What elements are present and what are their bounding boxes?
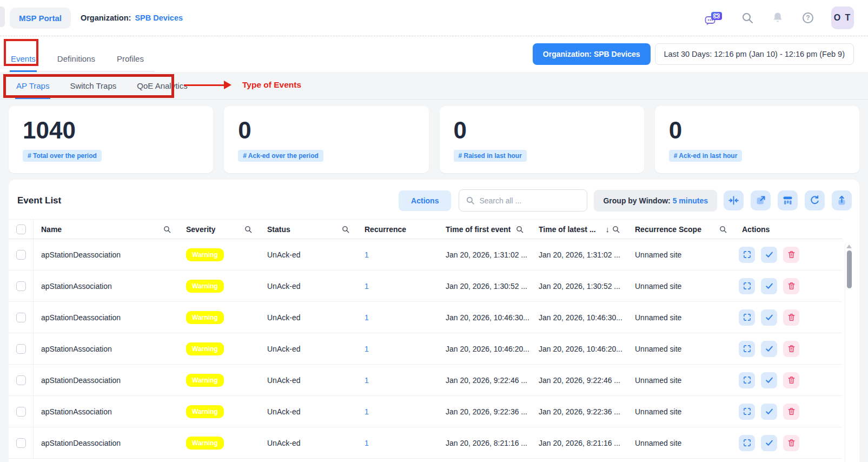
expand-event-button[interactable]: [739, 247, 755, 263]
delete-event-button[interactable]: [783, 404, 799, 420]
global-search-icon[interactable]: [740, 11, 754, 25]
refresh-button[interactable]: [805, 190, 825, 210]
date-range-picker[interactable]: Last 30 Days: 12:16 pm (Jan 10) - 12:16 …: [655, 43, 854, 65]
column-header-severity[interactable]: Severity: [178, 225, 260, 234]
column-header-latest-event[interactable]: Time of latest ... ↓: [531, 225, 627, 234]
sidebar-toggle-sliver[interactable]: [0, 6, 5, 27]
delete-event-button[interactable]: [783, 309, 799, 326]
recurrence-count-link[interactable]: 1: [365, 313, 369, 322]
status-cell: UnAck-ed: [260, 376, 357, 385]
scrollbar-thumb[interactable]: [847, 250, 852, 288]
recurrence-count-link[interactable]: 1: [365, 407, 369, 416]
event-name: apStationDeassociation: [34, 313, 178, 322]
tab-profiles[interactable]: Profiles: [116, 45, 145, 72]
table-body: apStationDeassociation Warning UnAck-ed …: [9, 239, 842, 459]
column-header-recurrence[interactable]: Recurrence: [357, 225, 438, 234]
ai-assistant-icon[interactable]: [704, 11, 724, 25]
recurrence-count-link[interactable]: 1: [365, 282, 369, 291]
table-row: apStationDeassociation Warning UnAck-ed …: [9, 239, 842, 270]
organization-value-link[interactable]: SPB Devices: [135, 14, 183, 22]
recurrence-count-link[interactable]: 1: [365, 376, 369, 385]
acknowledge-button[interactable]: [761, 435, 777, 451]
check-icon: [765, 407, 774, 416]
column-search-icon[interactable]: [719, 225, 727, 234]
row-checkbox[interactable]: [16, 250, 26, 260]
tab-definitions[interactable]: Definitions: [56, 45, 96, 72]
delete-event-button[interactable]: [783, 247, 799, 263]
acknowledge-button[interactable]: [761, 278, 777, 294]
severity-cell: Warning: [178, 248, 260, 261]
group-by-window-selector[interactable]: Group by Window: 5 minutes: [594, 190, 717, 212]
trash-icon: [787, 313, 796, 322]
column-header-first-event[interactable]: Time of first event: [438, 225, 531, 234]
row-checkbox-cell: [9, 333, 34, 364]
row-checkbox[interactable]: [16, 344, 26, 354]
fit-columns-button[interactable]: [724, 190, 744, 210]
expand-icon: [743, 250, 752, 259]
search-box[interactable]: [459, 189, 587, 212]
recurrence-scope: Unnamed site: [627, 439, 734, 447]
notifications-bell-icon[interactable]: [771, 11, 785, 25]
stat-label-chip: # Total over the period: [23, 150, 102, 162]
expand-event-button[interactable]: [739, 404, 755, 420]
table-row: apStationDeassociation Warning UnAck-ed …: [9, 427, 842, 459]
column-search-icon[interactable]: [515, 225, 524, 234]
recurrence-count-link[interactable]: 1: [365, 439, 369, 447]
tab-ap-traps[interactable]: AP Traps: [15, 81, 50, 99]
scroll-up-arrow-icon[interactable]: [846, 245, 852, 248]
select-all-checkbox[interactable]: [16, 225, 26, 234]
open-in-new-button[interactable]: [751, 190, 771, 210]
delete-event-button[interactable]: [783, 278, 799, 294]
acknowledge-button[interactable]: [761, 372, 777, 388]
recurrence-count-link[interactable]: 1: [365, 250, 369, 259]
row-checkbox[interactable]: [16, 281, 26, 291]
user-avatar[interactable]: O T: [831, 6, 854, 29]
column-header-recurrence-scope[interactable]: Recurrence Scope: [627, 225, 734, 234]
delete-event-button[interactable]: [783, 341, 799, 357]
column-header-name[interactable]: Name: [34, 225, 178, 234]
refresh-icon: [809, 195, 820, 206]
column-search-icon[interactable]: [341, 225, 350, 234]
stat-value: 0: [669, 118, 845, 143]
sort-desc-icon[interactable]: ↓: [606, 225, 610, 234]
search-input[interactable]: [479, 196, 580, 205]
delete-event-button[interactable]: [783, 372, 799, 388]
expand-event-button[interactable]: [739, 278, 755, 294]
table-scrollbar[interactable]: [845, 242, 853, 462]
row-checkbox[interactable]: [16, 375, 26, 385]
column-search-icon[interactable]: [244, 225, 253, 234]
row-actions: [734, 247, 842, 263]
column-search-icon[interactable]: [163, 225, 171, 234]
column-search-icon[interactable]: [612, 225, 620, 234]
expand-event-button[interactable]: [739, 435, 755, 451]
row-checkbox[interactable]: [16, 438, 26, 448]
expand-event-button[interactable]: [739, 309, 755, 326]
acknowledge-button[interactable]: [761, 341, 777, 357]
row-checkbox[interactable]: [16, 313, 26, 322]
tab-switch-traps[interactable]: Switch Traps: [69, 81, 117, 99]
column-header-status[interactable]: Status: [260, 225, 357, 234]
recurrence-cell: 1: [357, 282, 438, 291]
acknowledge-button[interactable]: [761, 309, 777, 326]
table-row: apStationDeassociation Warning UnAck-ed …: [9, 302, 842, 333]
expand-event-button[interactable]: [739, 372, 755, 388]
organization-filter-button[interactable]: Organization: SPB Devices: [533, 43, 651, 65]
acknowledge-button[interactable]: [761, 247, 777, 263]
expand-event-button[interactable]: [739, 341, 755, 357]
time-latest-event: Jan 20, 2026, 10:46:20...: [531, 345, 627, 353]
actions-button[interactable]: Actions: [399, 190, 451, 211]
tab-qoe-analytics[interactable]: QoE Analytics: [136, 81, 188, 99]
msp-portal-button[interactable]: MSP Portal: [10, 8, 71, 29]
export-button[interactable]: [832, 190, 852, 210]
row-actions: [734, 309, 842, 326]
row-actions: [734, 372, 842, 388]
row-checkbox[interactable]: [16, 407, 26, 417]
columns-button[interactable]: [778, 190, 798, 210]
recurrence-count-link[interactable]: 1: [365, 345, 369, 353]
severity-cell: Warning: [178, 280, 260, 293]
tab-events[interactable]: Events: [10, 45, 37, 72]
acknowledge-button[interactable]: [761, 404, 777, 420]
check-icon: [765, 375, 774, 385]
delete-event-button[interactable]: [783, 435, 799, 451]
help-icon[interactable]: ?: [801, 11, 815, 25]
